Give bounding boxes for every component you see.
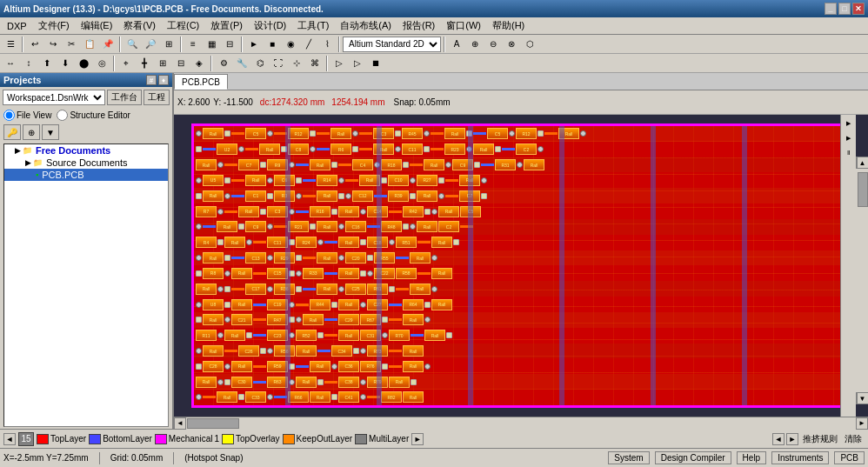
tb-btn-11[interactable]: ╱ [300,37,317,52]
maximize-button[interactable]: □ [838,3,851,15]
tb-btn-3[interactable]: ↪ [44,37,62,52]
layer-keepout[interactable]: KeepOutLayer [283,434,353,444]
tb-btn-2[interactable]: ↩ [26,37,43,52]
tb2-btn-1[interactable]: ↔ [2,56,19,71]
mini-btn-2[interactable]: ▶ [842,131,856,145]
pcb-canvas[interactable]: RallC5R12RallC3R45RallC5R12Rall U2RallC8… [174,115,868,417]
tb-btn-paste[interactable]: 📌 [99,37,117,52]
tb-btn-14[interactable]: ⊕ [466,37,484,52]
tb-btn-fit[interactable]: ⊞ [160,37,177,52]
menu-report[interactable]: 报告(R) [397,18,440,33]
tb-btn-16[interactable]: ⊗ [503,37,520,52]
workspace-btn[interactable]: 工作台 [107,90,142,105]
free-docs-item[interactable]: ▶ 📁 Free Documents [4,144,168,157]
layer-bottomlayer[interactable]: BottomLayer [89,434,152,444]
layer-multilayer[interactable]: MultiLayer [355,434,409,444]
menu-tools[interactable]: 工具(T) [292,18,334,33]
tb-btn-8[interactable]: ► [245,37,263,52]
layer-add-right[interactable]: ► [411,433,424,445]
minimize-button[interactable]: _ [825,3,837,15]
layer-scroll-left[interactable]: ◄ [772,433,785,445]
tb2-btn-14[interactable]: ⌬ [251,56,269,71]
tb-btn-15[interactable]: ⊖ [484,37,502,52]
menu-help[interactable]: 帮助(H) [487,18,530,33]
tb-btn-6[interactable]: ▦ [203,37,220,52]
pcb-file-item[interactable]: ▪ PCB.PCB [4,169,168,181]
tb-btn-10[interactable]: ◉ [282,37,299,52]
tb2-btn-11[interactable]: ◈ [190,56,208,71]
system-btn[interactable]: System [608,451,649,464]
menu-project[interactable]: 工程(C) [162,18,204,33]
scroll-left-btn[interactable]: ◄ [174,417,186,430]
tb2-btn-7[interactable]: ⌖ [117,56,135,71]
h-scroll-track[interactable] [186,417,856,430]
tb2-btn-5[interactable]: ⬤ [75,56,92,71]
tb-btn-1[interactable]: ☰ [2,37,19,52]
tree-icon-2[interactable]: ⊕ [23,124,40,140]
structure-editor-radio[interactable]: Structure Editor [57,110,130,121]
tb2-btn-16[interactable]: ⊹ [288,56,305,71]
tb2-btn-18[interactable]: ▷ [331,56,348,71]
mini-btn-1[interactable]: ▶ [842,117,856,130]
pcb-tab[interactable]: PCB.PCB [174,74,228,90]
mini-btn-3[interactable]: Ⅱ [842,146,856,160]
tree-icon-1[interactable]: 🔑 [3,124,21,140]
tb2-btn-20[interactable]: ⏹ [367,56,384,71]
menu-autoroute[interactable]: 自动布线(A) [335,18,397,33]
h-scroll-thumb[interactable] [187,418,239,429]
scroll-right-btn[interactable]: ► [856,417,868,430]
file-view-radio[interactable]: File View [3,110,51,121]
menu-place[interactable]: 放置(P) [205,18,248,33]
panel-menu-btn[interactable]: ♦ [158,75,169,85]
layer-toplayer[interactable]: TopLayer [37,434,86,444]
help-btn[interactable]: Help [737,451,767,464]
tb-btn-17[interactable]: ⬡ [521,37,538,52]
tree-icon-3[interactable]: ▼ [42,124,59,140]
workspace-dropdown[interactable]: Workspace1.DsnWrk [3,90,105,105]
scroll-down-btn[interactable]: ▼ [857,392,869,404]
tb-btn-12[interactable]: ⌇ [318,37,336,52]
layer-mechanical1[interactable]: Mechanical1 [155,434,219,444]
tb-btn-zoom-out[interactable]: 🔎 [142,37,159,52]
menu-edit[interactable]: 编辑(E) [76,18,118,33]
tb-btn-zoom-in[interactable]: 🔍 [124,37,141,52]
layer-topoverlay[interactable]: TopOverlay [222,434,280,444]
close-button[interactable]: ✕ [852,3,865,15]
scroll-up-btn[interactable]: ▲ [857,157,869,169]
menu-file[interactable]: 文件(F) [33,18,75,33]
menu-window[interactable]: 窗口(W) [441,18,486,33]
design-compiler-btn[interactable]: Design Compiler [655,451,731,464]
instruments-btn[interactable]: Instruments [771,451,829,464]
pcb-board[interactable]: RallC5R12RallC3R45RallC5R12Rall U2RallC8… [191,123,855,408]
layer-scroll-right[interactable]: ► [786,433,798,445]
tb2-btn-2[interactable]: ↕ [20,56,37,71]
tb2-btn-12[interactable]: ⚙ [215,56,232,71]
layer-num-indicator[interactable]: 15 [18,432,34,446]
tb2-btn-15[interactable]: ⛶ [270,56,287,71]
menu-design[interactable]: 设计(D) [249,18,291,33]
tb2-btn-19[interactable]: ▷ [349,56,366,71]
tb2-btn-4[interactable]: ⬇ [57,56,74,71]
tb-btn-copy[interactable]: 📋 [81,37,98,52]
v-scroll-thumb[interactable] [858,172,868,207]
panel-pin-btn[interactable]: # [146,75,157,85]
vertical-scrollbar[interactable]: ▲ ▼ [856,157,868,404]
tb-btn-5[interactable]: ≡ [184,37,202,52]
tb-btn-cut[interactable]: ✂ [63,37,80,52]
tb2-btn-17[interactable]: ⌘ [306,56,324,71]
tb2-btn-6[interactable]: ◎ [93,56,110,71]
tb-btn-13[interactable]: A [448,37,465,52]
tb-btn-9[interactable]: ■ [264,37,281,52]
layer-add-left[interactable]: ◄ [3,433,16,445]
menu-dxp[interactable]: DXP [2,20,32,32]
source-docs-item[interactable]: ▶ 📁 Source Documents [4,157,168,169]
tb2-btn-3[interactable]: ⬆ [38,56,56,71]
horizontal-scrollbar[interactable]: ◄ ► [174,417,868,429]
view-select[interactable]: Altium Standard 2D [343,37,441,52]
tb2-btn-9[interactable]: ⊞ [154,56,171,71]
menu-view[interactable]: 察看(V) [118,18,161,33]
project-btn[interactable]: 工程 [144,90,170,105]
tb-btn-7[interactable]: ⊟ [221,37,238,52]
pcb-btn[interactable]: PCB [834,451,865,464]
tb2-btn-13[interactable]: 🔧 [233,56,250,71]
